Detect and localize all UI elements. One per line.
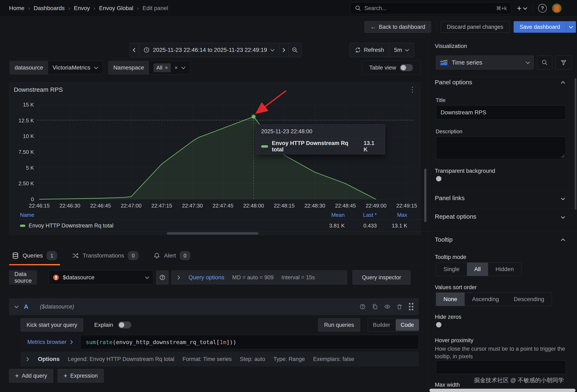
search-input[interactable]: Search... ⌘+k: [350, 2, 511, 14]
tab-transformations[interactable]: Transformations0: [69, 246, 141, 265]
add-query-button[interactable]: +Add query: [9, 369, 53, 383]
chevron-right-icon: [177, 275, 180, 280]
main-vertical-scrollbar[interactable]: [424, 169, 426, 222]
breadcrumb-item-envoy[interactable]: Envoy: [74, 5, 90, 11]
promql-code-editor[interactable]: sum(rate(envoy_http_downstream_rq_total[…: [80, 335, 419, 349]
clock-icon: [144, 47, 150, 53]
refresh-button[interactable]: Refresh: [350, 43, 389, 57]
help-button[interactable]: ?: [538, 4, 547, 13]
sort-order-ascending[interactable]: Ascending: [465, 293, 506, 306]
visualization-picker[interactable]: Time series: [436, 56, 534, 69]
time-range-picker[interactable]: 2025-11-23 22:46:14 to 2025-11-23 22:49:…: [139, 43, 279, 57]
legend-header-last[interactable]: Last *: [363, 212, 377, 218]
metrics-browser-button[interactable]: Metrics browser: [21, 335, 80, 349]
time-range-text: 2025-11-23 22:46:14 to 2025-11-23 22:49:…: [153, 47, 267, 53]
time-shift-back-button[interactable]: [129, 43, 139, 57]
chevron-down-icon: [523, 7, 527, 10]
tooltip-mode-all[interactable]: All: [467, 263, 488, 276]
collapse-chevron-icon[interactable]: [561, 239, 565, 241]
values-sort-order-switch: NoneAscendingDescending: [436, 293, 552, 306]
legend-series-row[interactable]: Envoy HTTP Downstream Rq total3.81 K0.43…: [20, 221, 407, 230]
table-view-toggle[interactable]: [400, 64, 413, 71]
breadcrumb-item-home[interactable]: Home: [9, 5, 25, 11]
legend-series-name[interactable]: Envoy HTTP Downstream Rq total: [29, 223, 113, 229]
legend-header-name[interactable]: Name: [20, 212, 34, 218]
add-new-button[interactable]: +: [517, 4, 527, 12]
tooltip-series-name: Envoy HTTP Downstream Rq total: [272, 140, 360, 153]
query-ref-id[interactable]: A: [24, 303, 28, 310]
chevron-down-icon[interactable]: [561, 216, 565, 219]
legend-header-max[interactable]: Max: [397, 212, 407, 218]
chevron-down-icon[interactable]: [561, 197, 565, 200]
kick-start-query-button[interactable]: Kick start your query: [21, 318, 83, 331]
query-row-a[interactable]: A ($datasource): [9, 298, 419, 315]
svg-text:0: 0: [31, 196, 34, 202]
panel-title-input[interactable]: Downstream RPS: [436, 105, 566, 120]
title-label: Title: [436, 97, 445, 103]
breadcrumb-separator: ›: [28, 5, 30, 11]
remove-chip-icon[interactable]: ×: [165, 65, 168, 71]
tooltip-section-header[interactable]: Tooltip: [435, 236, 453, 243]
series-color-pill: [261, 145, 268, 148]
query-inspector-button[interactable]: Query inspector: [353, 270, 410, 285]
namespace-chip-all[interactable]: All ×: [153, 63, 171, 72]
svg-text:10 K: 10 K: [23, 133, 34, 139]
datasource-variable-label: datasource: [10, 61, 48, 74]
chevron-down-icon: [526, 61, 530, 64]
eye-icon[interactable]: [384, 304, 390, 310]
editor-tabs: Queries1Transformations0Alert0: [9, 246, 193, 265]
legend-mean-value: 3.81 K: [304, 223, 345, 229]
tooltip-mode-single[interactable]: Single: [436, 263, 467, 276]
namespace-variable-select[interactable]: All × ×: [149, 61, 190, 74]
add-expression-button[interactable]: +Expression: [58, 369, 104, 383]
tooltip-series-row: Envoy HTTP Downstream Rq total 13.1 K: [256, 139, 385, 154]
back-to-dashboard-button[interactable]: ← Back to dashboard: [364, 21, 431, 33]
sidebar-scrollbar[interactable]: [575, 78, 577, 210]
tab-alert[interactable]: Alert0: [150, 246, 193, 265]
sort-order-none[interactable]: None: [436, 293, 465, 306]
datasource-variable-select[interactable]: VictoriaMetrics: [48, 61, 103, 74]
query-options-bar[interactable]: Query options MD = auto = 909 Interval =…: [171, 270, 347, 285]
resize-handle[interactable]: [561, 154, 564, 158]
explain-toggle[interactable]: [118, 322, 131, 328]
builder-option[interactable]: Builder: [368, 319, 395, 331]
code-option[interactable]: Code: [396, 319, 419, 331]
legend-header-mean[interactable]: Mean: [331, 212, 345, 218]
tooltip-mode-hidden[interactable]: Hidden: [488, 263, 521, 276]
search-options-button[interactable]: [537, 56, 552, 69]
filter-options-button[interactable]: [555, 56, 572, 69]
query-options-label[interactable]: Query options: [188, 274, 224, 281]
dashboard-variables: datasource VictoriaMetrics Namespace All…: [9, 61, 190, 74]
series-color-pill: [20, 225, 25, 227]
collapse-chevron-icon[interactable]: [14, 305, 19, 308]
trash-icon[interactable]: [397, 304, 403, 310]
query-options-collapsed[interactable]: Options Legend: Envoy HTTP Downstream Rq…: [21, 352, 419, 366]
user-avatar[interactable]: [552, 3, 562, 13]
tab-label: Alert: [164, 252, 176, 259]
collapse-chevron-icon[interactable]: [561, 81, 565, 84]
hover-proximity-input[interactable]: [436, 360, 566, 374]
sort-order-descending[interactable]: Descending: [506, 293, 552, 306]
datasource-help-button[interactable]: [156, 270, 169, 285]
panel-options-header[interactable]: Panel options: [435, 79, 472, 86]
max-width-input-partial[interactable]: [430, 389, 576, 392]
breadcrumb-item-dashboards[interactable]: Dashboards: [34, 5, 65, 11]
options-meta-item: Type: Range: [273, 356, 305, 362]
datasource-picker[interactable]: $datasource: [49, 270, 153, 285]
legend-horizontal-scrollbar[interactable]: [167, 232, 258, 235]
main-column: 2025-11-23 22:46:14 to 2025-11-23 22:49:…: [0, 39, 427, 392]
tab-queries[interactable]: Queries1: [9, 246, 60, 265]
help-circle-icon[interactable]: [360, 304, 366, 310]
breadcrumb-item-envoy-global[interactable]: Envoy Global: [99, 5, 134, 11]
repeat-options-section[interactable]: Repeat options: [435, 213, 476, 220]
copy-icon[interactable]: [372, 304, 378, 310]
help-circle-icon: [159, 274, 165, 281]
run-queries-button[interactable]: Run queries: [318, 318, 360, 331]
time-zoom-out-button[interactable]: [289, 43, 301, 57]
drag-handle-icon[interactable]: [409, 303, 413, 310]
time-shift-forward-button[interactable]: [279, 43, 289, 57]
clear-icon[interactable]: ×: [175, 65, 178, 71]
panel-description-textarea[interactable]: [436, 136, 566, 159]
panel-links-section[interactable]: Panel links: [435, 195, 465, 201]
refresh-interval-dropdown[interactable]: 5m: [389, 43, 414, 57]
